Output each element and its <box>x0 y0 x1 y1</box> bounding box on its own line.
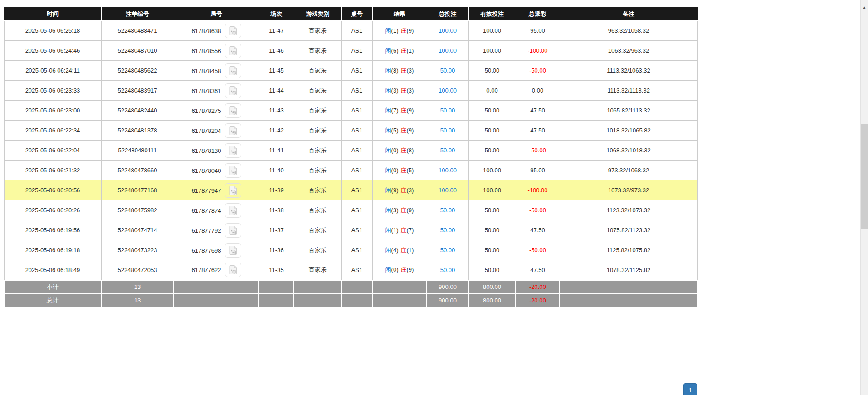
replay-video-button[interactable] <box>225 24 241 38</box>
total-bet-link[interactable]: 100.00 <box>439 167 457 174</box>
cell-total_bet: 50.00 <box>427 101 468 121</box>
result-banker-label: 庄 <box>401 247 407 254</box>
summary-empty-cell <box>560 280 697 294</box>
total-bet-link[interactable]: 50.00 <box>440 227 455 234</box>
result-player-score: (5) <box>391 127 399 134</box>
total-bet-link[interactable]: 100.00 <box>439 187 457 194</box>
summary-empty-cell <box>259 294 294 307</box>
cell-session: 11-36 <box>259 240 294 260</box>
cell-game_type: 百家乐 <box>294 180 341 200</box>
scroll-up-icon[interactable]: ▲ <box>861 5 868 10</box>
replay-video-button[interactable] <box>225 163 241 178</box>
cell-time: 2025-05-06 06:22:04 <box>4 141 101 161</box>
video-file-icon <box>229 126 238 136</box>
column-header-valid_bet: 有效投注 <box>468 8 516 21</box>
cell-table_no: AS1 <box>341 200 372 220</box>
cell-total_bet: 100.00 <box>427 21 468 41</box>
total-bet-link[interactable]: 50.00 <box>440 127 455 134</box>
cell-game_type: 百家乐 <box>294 101 341 121</box>
cell-table_no: AS1 <box>341 81 372 101</box>
cell-total_bet: 100.00 <box>427 161 468 180</box>
column-header-total_bet: 总投注 <box>427 8 468 21</box>
summary-empty-cell <box>372 294 427 307</box>
total-bet-link[interactable]: 100.00 <box>439 47 457 54</box>
result-player-score: (0) <box>391 147 399 154</box>
column-header-result: 结果 <box>372 8 427 21</box>
cell-game_type: 百家乐 <box>294 61 341 81</box>
total-bet-link[interactable]: 100.00 <box>439 87 457 94</box>
cell-result: 闲(4)庄(1) <box>372 240 427 260</box>
replay-video-button[interactable] <box>225 103 241 118</box>
summary-row: 小计13900.00800.00-20.00 <box>4 280 697 294</box>
cell-time: 2025-05-06 06:21:32 <box>4 161 101 180</box>
replay-video-button[interactable] <box>225 83 241 98</box>
round-id-text: 617877698 <box>191 247 221 254</box>
result-player-label: 闲 <box>385 147 391 154</box>
cell-game_type: 百家乐 <box>294 240 341 260</box>
result-banker-label: 庄 <box>401 266 407 273</box>
total-bet-link[interactable]: 100.00 <box>439 27 457 34</box>
replay-video-button[interactable] <box>225 183 241 198</box>
cell-valid_bet: 50.00 <box>468 240 516 260</box>
result-banker-score: (9) <box>407 107 414 114</box>
cell-round_id: 617878556 <box>174 41 259 61</box>
cell-valid_bet: 100.00 <box>468 41 516 61</box>
cell-round_id: 617878458 <box>174 61 259 81</box>
scrollbar-thumb[interactable] <box>861 124 868 229</box>
cell-bet_id: 522480488471 <box>101 21 174 41</box>
cell-result: 闲(5)庄(9) <box>372 121 427 141</box>
replay-video-button[interactable] <box>225 123 241 138</box>
bet-records-table: 时间注单编号局号场次游戏类别桌号结果总投注有效投注总派彩备注 2025-05-0… <box>4 7 698 308</box>
cell-game_type: 百家乐 <box>294 200 341 220</box>
result-banker-label: 庄 <box>401 187 407 194</box>
round-id-text: 617878556 <box>191 47 221 54</box>
cell-time: 2025-05-06 06:19:56 <box>4 220 101 240</box>
replay-video-button[interactable] <box>225 63 241 78</box>
cell-valid_bet: 50.00 <box>468 220 516 240</box>
cell-table_no: AS1 <box>341 61 372 81</box>
result-banker-score: (3) <box>407 67 414 74</box>
cell-payout: 47.50 <box>516 220 560 240</box>
replay-video-button[interactable] <box>225 143 241 158</box>
cell-remark: 1113.32/1063.32 <box>560 61 697 81</box>
cell-payout: -50.00 <box>516 200 560 220</box>
cell-valid_bet: 0.00 <box>468 81 516 101</box>
cell-game_type: 百家乐 <box>294 41 341 61</box>
replay-video-button[interactable] <box>225 203 241 218</box>
result-banker-score: (8) <box>407 147 414 154</box>
total-bet-link[interactable]: 50.00 <box>440 147 455 154</box>
video-file-icon <box>229 245 238 255</box>
cell-bet_id: 522480477168 <box>101 180 174 200</box>
video-file-icon <box>229 166 238 176</box>
cell-payout: 47.50 <box>516 121 560 141</box>
cell-time: 2025-05-06 06:18:49 <box>4 260 101 280</box>
table-row: 2025-05-06 06:20:26522480475982617877874… <box>4 200 697 220</box>
result-banker-label: 庄 <box>401 67 407 74</box>
total-bet-link[interactable]: 50.00 <box>440 67 455 74</box>
result-player-label: 闲 <box>385 187 391 194</box>
page-1-button[interactable]: 1 <box>683 383 697 395</box>
cell-time: 2025-05-06 06:24:11 <box>4 61 101 81</box>
table-row: 2025-05-06 06:20:56522480477168617877947… <box>4 180 697 200</box>
cell-table_no: AS1 <box>341 101 372 121</box>
vertical-scrollbar[interactable]: ▲ <box>860 0 868 395</box>
total-bet-link[interactable]: 50.00 <box>440 247 455 254</box>
replay-video-button[interactable] <box>225 263 241 277</box>
result-banker-score: (9) <box>407 127 414 134</box>
summary-empty-cell <box>294 294 341 307</box>
replay-video-button[interactable] <box>225 243 241 258</box>
cell-remark: 1073.32/973.32 <box>560 180 697 200</box>
total-bet-link[interactable]: 50.00 <box>440 207 455 214</box>
total-bet-link[interactable]: 50.00 <box>440 267 455 273</box>
result-banker-label: 庄 <box>401 147 407 154</box>
cell-round_id: 617877792 <box>174 220 259 240</box>
round-id-text: 617877792 <box>191 227 221 234</box>
cell-valid_bet: 50.00 <box>468 260 516 280</box>
total-bet-link[interactable]: 50.00 <box>440 107 455 114</box>
result-banker-label: 庄 <box>401 127 407 134</box>
replay-video-button[interactable] <box>225 44 241 58</box>
cell-table_no: AS1 <box>341 141 372 161</box>
cell-round_id: 617878275 <box>174 101 259 121</box>
replay-video-button[interactable] <box>225 223 241 238</box>
result-player-label: 闲 <box>385 227 391 234</box>
